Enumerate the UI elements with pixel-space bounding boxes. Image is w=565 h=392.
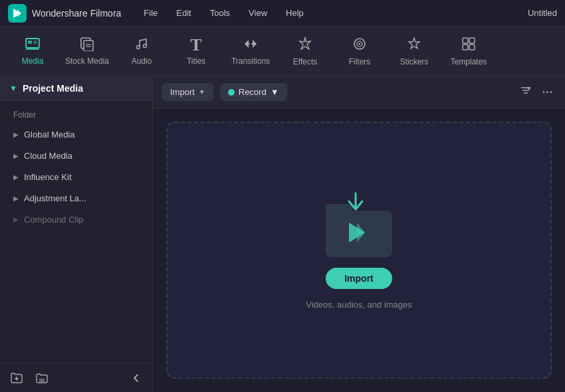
toolbar-label-stock-media: Stock Media	[65, 56, 109, 66]
import-label: Import	[170, 87, 195, 97]
record-chevron-icon: ▼	[271, 87, 279, 97]
sidebar-item-label-cloud-media: Cloud Media	[24, 151, 72, 161]
menu-edit[interactable]: Edit	[173, 7, 193, 19]
toolbar-item-stickers[interactable]: Stickers	[388, 30, 440, 73]
window-title: Untitled	[528, 8, 557, 18]
svg-marker-29	[357, 223, 365, 243]
svg-rect-5	[33, 41, 37, 44]
svg-rect-19	[469, 45, 475, 50]
menu-tools[interactable]: Tools	[207, 7, 233, 19]
sidebar-item-arrow: ▶	[13, 152, 19, 159]
svg-rect-17	[469, 38, 475, 43]
toolbar-label-filters: Filters	[349, 57, 371, 66]
toolbar-item-transitions[interactable]: Transitions	[225, 30, 277, 73]
sidebar-footer	[0, 363, 152, 392]
sidebar-item-label-influence-kit: Influence Kit	[24, 172, 72, 182]
sidebar-collapse-button[interactable]	[127, 369, 146, 387]
toolbar-item-audio[interactable]: Audio	[116, 30, 168, 73]
stickers-icon	[406, 36, 422, 54]
menu-help[interactable]: Help	[283, 7, 306, 19]
import-button[interactable]: Import ▼	[162, 83, 213, 101]
app-logo	[8, 4, 27, 23]
app-name: Wondershare Filmora	[32, 8, 121, 19]
menubar: File Edit Tools View Help	[141, 7, 528, 19]
more-options-icon: ···	[542, 86, 553, 98]
sidebar-item-label-compound-clip: Compound Clip	[24, 215, 84, 225]
toolbar-label-transitions: Transitions	[231, 56, 270, 66]
toolbar-item-templates[interactable]: Templates	[443, 30, 495, 73]
main-area: ▼ Project Media Folder ▶ Global Media ▶ …	[0, 76, 565, 392]
toolbar: Media Stock Media Audio T Titles	[0, 27, 565, 76]
toolbar-item-filters[interactable]: Filters	[334, 30, 386, 73]
content-actions: ···	[517, 82, 556, 102]
titles-icon: T	[190, 37, 201, 54]
svg-point-15	[359, 43, 361, 45]
menu-file[interactable]: File	[141, 7, 160, 19]
content-toolbar: Import ▼ Record ▼	[153, 76, 565, 108]
dropzone-import-label: Import	[344, 273, 374, 284]
record-label: Record	[239, 87, 267, 97]
folder-button[interactable]	[32, 368, 52, 388]
filmora-folder-logo	[346, 220, 372, 245]
toolbar-item-media[interactable]: Media	[7, 30, 58, 73]
audio-icon	[134, 37, 149, 54]
sidebar-collapse-arrow: ▼	[9, 84, 17, 93]
sidebar-item-label-adjustment-layer: Adjustment La...	[24, 193, 86, 203]
menu-view[interactable]: View	[246, 7, 270, 19]
toolbar-label-effects: Effects	[293, 57, 317, 66]
sidebar-header: ▼ Project Media	[0, 76, 152, 101]
sidebar-item-adjustment-layer[interactable]: ▶ Adjustment La...	[4, 188, 148, 209]
transitions-icon	[242, 37, 259, 54]
sidebar-header-title: Project Media	[23, 83, 83, 94]
dropzone-import-button[interactable]: Import	[326, 268, 392, 289]
toolbar-label-audio: Audio	[132, 56, 152, 66]
toolbar-label-media: Media	[22, 56, 44, 66]
more-options-button[interactable]: ···	[540, 84, 556, 101]
drop-arrow-icon	[344, 191, 368, 221]
stock-media-icon	[79, 37, 95, 54]
record-button[interactable]: Record ▼	[220, 83, 287, 101]
svg-rect-4	[28, 41, 32, 44]
filter-sort-button[interactable]	[517, 82, 534, 102]
sidebar-item-compound-clip[interactable]: ▶ Compound Clip	[4, 209, 148, 230]
sidebar-item-label-global-media: Global Media	[24, 130, 75, 140]
sidebar-item-global-media[interactable]: ▶ Global Media	[4, 124, 148, 145]
toolbar-label-titles: Titles	[187, 56, 205, 66]
sidebar-item-arrow: ▶	[13, 131, 19, 138]
sidebar-item-influence-kit[interactable]: ▶ Influence Kit	[4, 167, 148, 187]
dropzone: Import Videos, audios, and images	[166, 122, 552, 379]
sidebar: ▼ Project Media Folder ▶ Global Media ▶ …	[0, 76, 153, 392]
dropzone-description: Videos, audios, and images	[306, 300, 411, 310]
sidebar-item-arrow: ▶	[13, 195, 19, 202]
effects-icon	[297, 36, 313, 54]
media-icon	[25, 37, 41, 54]
content-area: Import ▼ Record ▼	[153, 76, 565, 392]
sidebar-item-arrow: ▶	[13, 216, 19, 223]
toolbar-label-stickers: Stickers	[400, 57, 429, 66]
record-dot-icon	[228, 89, 235, 96]
title-bar: Wondershare Filmora File Edit Tools View…	[0, 0, 565, 27]
sidebar-item-arrow: ▶	[13, 173, 19, 181]
toolbar-item-effects[interactable]: Effects	[279, 30, 331, 73]
import-chevron-icon: ▼	[199, 88, 205, 96]
toolbar-item-titles[interactable]: T Titles	[170, 30, 222, 73]
templates-icon	[461, 36, 477, 54]
sidebar-folder-label: Folder	[0, 106, 152, 124]
sidebar-item-cloud-media[interactable]: ▶ Cloud Media	[4, 146, 148, 166]
svg-rect-8	[84, 41, 93, 51]
svg-rect-16	[463, 38, 468, 43]
sidebar-items-list: Folder ▶ Global Media ▶ Cloud Media ▶ In…	[0, 101, 152, 363]
svg-rect-18	[463, 45, 468, 50]
toolbar-item-stock-media[interactable]: Stock Media	[61, 30, 113, 73]
filters-icon	[352, 36, 368, 54]
toolbar-label-templates: Templates	[451, 57, 487, 66]
add-folder-button[interactable]	[7, 368, 27, 388]
dropzone-illustration	[319, 191, 399, 257]
